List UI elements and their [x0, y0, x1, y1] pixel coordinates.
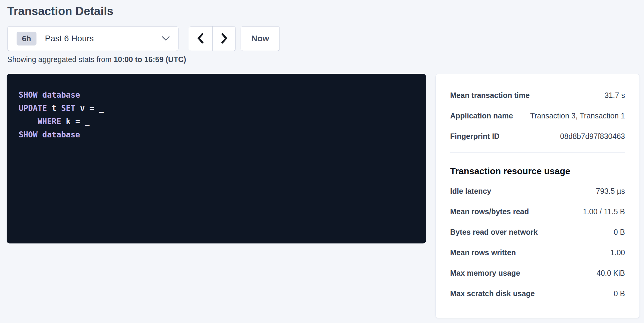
stats-row: Fingerprint ID08d8b7d97f830463 — [450, 132, 625, 141]
sql-token: database — [42, 130, 80, 139]
stats-row: Idle latency793.5 µs — [450, 187, 625, 196]
sql-token — [38, 130, 43, 139]
stats-row-value: 31.7 s — [605, 91, 625, 100]
chevron-down-icon — [161, 36, 170, 41]
sql-token: k = _ — [61, 117, 90, 126]
sql-line: UPDATE t SET v = _ — [19, 102, 414, 115]
stats-row-label: Application name — [450, 111, 513, 120]
stats-row-value: 793.5 µs — [596, 187, 625, 196]
chevron-right-icon — [220, 32, 228, 45]
stats-summary-text: Showing aggregated stats from 10:00 to 1… — [7, 55, 186, 64]
stats-row: Mean rows written1.00 — [450, 248, 625, 257]
stats-row-value: 1.00 / 11.5 B — [583, 207, 625, 216]
chevron-left-icon — [197, 32, 204, 45]
sql-code: SHOW databaseUPDATE t SET v = _ WHERE k … — [19, 88, 414, 141]
stats-row-value: 1.00 — [610, 248, 625, 257]
details-panel: Mean transaction time31.7 sApplication n… — [435, 74, 640, 318]
sql-token: SHOW — [19, 130, 38, 139]
sql-line: WHERE k = _ — [19, 115, 414, 128]
summary-rows: Mean transaction time31.7 sApplication n… — [450, 91, 625, 141]
sql-token: v = _ — [75, 104, 104, 113]
stats-row: Mean rows/bytes read1.00 / 11.5 B — [450, 207, 625, 216]
stats-row-label: Max scratch disk usage — [450, 289, 535, 298]
prev-time-button[interactable] — [189, 27, 212, 51]
stats-row-value: 08d8b7d97f830463 — [560, 132, 625, 141]
stats-row-label: Idle latency — [450, 187, 491, 196]
sql-statement-box: SHOW databaseUPDATE t SET v = _ WHERE k … — [7, 74, 426, 243]
sql-token: SHOW — [19, 90, 38, 99]
usage-rows: Idle latency793.5 µsMean rows/bytes read… — [450, 187, 625, 298]
section-heading: Transaction resource usage — [450, 166, 625, 177]
sql-token — [38, 90, 43, 99]
stats-row-label: Max memory usage — [450, 269, 520, 278]
stats-row: Max scratch disk usage0 B — [450, 289, 625, 298]
stats-row-label: Mean transaction time — [450, 91, 530, 100]
sql-token: SET — [61, 104, 75, 113]
sql-token: WHERE — [38, 117, 61, 126]
stats-row: Mean transaction time31.7 s — [450, 91, 625, 100]
stats-summary-prefix: Showing aggregated stats from — [7, 55, 114, 64]
stats-summary-range: 10:00 to 16:59 (UTC) — [114, 55, 186, 64]
stats-row-value: 0 B — [614, 289, 625, 298]
stats-row-value: 40.0 KiB — [596, 269, 625, 278]
sql-token: UPDATE — [19, 104, 47, 113]
sql-token: database — [42, 90, 80, 99]
time-step-buttons — [189, 26, 236, 51]
stats-row-label: Fingerprint ID — [450, 132, 500, 141]
transaction-details-page: Transaction Details 6h Past 6 Hours — [0, 0, 644, 323]
stats-row: Bytes read over network0 B — [450, 228, 625, 237]
time-range-dropdown[interactable]: 6h Past 6 Hours — [7, 26, 178, 51]
stats-row-value: 0 B — [614, 228, 625, 237]
now-button[interactable]: Now — [241, 26, 280, 51]
stats-row: Max memory usage40.0 KiB — [450, 269, 625, 278]
sql-line: SHOW database — [19, 128, 414, 141]
sql-token: t — [47, 104, 61, 113]
time-range-badge: 6h — [17, 32, 36, 45]
next-time-button[interactable] — [212, 27, 235, 51]
divider — [450, 152, 625, 153]
sql-line: SHOW database — [19, 88, 414, 102]
stats-row: Application nameTransaction 3, Transacti… — [450, 111, 625, 121]
stats-row-label: Mean rows/bytes read — [450, 207, 529, 216]
time-picker-toolbar: 6h Past 6 Hours — [7, 26, 280, 51]
time-range-label: Past 6 Hours — [45, 34, 94, 43]
stats-row-label: Mean rows written — [450, 248, 516, 257]
stats-row-value: Transaction 3, Transaction 1 — [530, 111, 625, 120]
page-title: Transaction Details — [7, 5, 113, 18]
stats-row-label: Bytes read over network — [450, 228, 538, 237]
